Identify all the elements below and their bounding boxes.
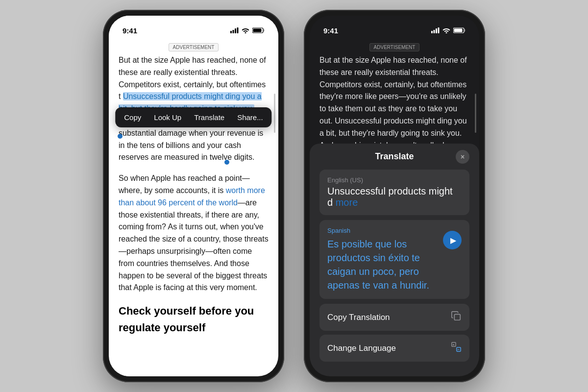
scroll-indicator-left [274, 94, 275, 133]
svg-rect-1 [233, 30, 234, 33]
copy-icon-svg [451, 311, 462, 321]
result-text-display: Es posible que los productos sin éxito t… [327, 237, 437, 292]
source-text-display: Unsuccessful products might d more [327, 186, 462, 208]
selection-handle-left [118, 134, 122, 139]
right-phone: 9:41 [304, 10, 485, 382]
context-menu-translate[interactable]: Translate [188, 109, 230, 125]
status-time-right: 9:41 [323, 26, 338, 35]
change-language-button[interactable]: Change Language [319, 335, 469, 362]
language-icon-svg [451, 342, 462, 352]
article-heading: Check yourself before you regulate yours… [119, 303, 269, 336]
ad-wrapper-right: ADVERTISEMENT [310, 40, 479, 54]
signal-icon [230, 27, 239, 33]
translate-icon [451, 342, 462, 355]
context-menu: Copy Look Up Translate Share... [115, 107, 271, 127]
svg-rect-8 [434, 30, 435, 33]
source-language-label: English (US) [327, 176, 462, 184]
svg-rect-13 [454, 29, 463, 32]
ad-wrapper-left: ADVERTISEMENT [109, 40, 278, 54]
result-content: Spanish Es posible que los productos sin… [327, 227, 437, 292]
ad-banner-right: ADVERTISEMENT [369, 43, 420, 51]
left-phone: 9:41 [103, 10, 284, 382]
wifi-icon-right [442, 27, 450, 33]
svg-rect-0 [230, 31, 232, 33]
source-more-link[interactable]: more [336, 197, 358, 208]
change-language-label: Change Language [327, 343, 396, 353]
scroll-indicator-right [475, 94, 476, 133]
translate-source-box: English (US) Unsuccessful products might… [319, 170, 469, 215]
copy-icon [451, 311, 462, 324]
battery-icon-right [453, 27, 466, 33]
svg-rect-9 [436, 28, 437, 33]
svg-rect-5 [264, 29, 265, 32]
svg-rect-10 [438, 27, 440, 33]
translate-title: Translate [375, 151, 414, 162]
ad-banner-left: ADVERTISEMENT [169, 43, 219, 51]
status-time-left: 9:41 [122, 26, 137, 35]
status-icons-right [431, 27, 466, 33]
article-billions: billions and your cash reserves are meas… [119, 141, 254, 162]
selection-handle-right [224, 160, 229, 165]
svg-rect-14 [454, 314, 460, 320]
para2-end: —are those existential threats, if there… [119, 198, 269, 292]
signal-icon-right [431, 27, 440, 33]
svg-rect-7 [431, 31, 433, 33]
copy-translation-label: Copy Translation [327, 313, 390, 322]
svg-rect-6 [253, 29, 262, 32]
svg-rect-2 [235, 28, 236, 33]
right-phone-screen: 9:41 [310, 16, 479, 376]
status-bar-right: 9:41 [310, 16, 479, 40]
article-para2: So when Apple has reached a point—where,… [119, 172, 269, 294]
left-phone-screen: 9:41 [109, 16, 278, 376]
play-audio-button[interactable]: ▶ [443, 231, 462, 249]
context-menu-copy[interactable]: Copy [118, 109, 147, 125]
copy-translation-button[interactable]: Copy Translation [319, 304, 469, 331]
target-language-label: Spanish [327, 227, 437, 234]
status-bar-left: 9:41 [109, 16, 278, 40]
translate-header: Translate × [319, 151, 469, 162]
svg-rect-12 [465, 29, 466, 32]
battery-icon [252, 27, 265, 33]
article-content-left[interactable]: But at the size Apple has reached, none … [109, 54, 278, 376]
translate-panel: Translate × English (US) Unsuccessful pr… [310, 144, 479, 376]
close-button[interactable]: × [456, 150, 469, 164]
status-icons-left [230, 27, 265, 33]
context-menu-lookup[interactable]: Look Up [148, 109, 187, 125]
context-menu-share[interactable]: Share... [231, 109, 269, 125]
wifi-icon [242, 27, 249, 33]
translate-result-box: Spanish Es posible que los productos sin… [319, 220, 469, 299]
play-icon: ▶ [450, 236, 456, 245]
svg-rect-3 [237, 27, 239, 33]
